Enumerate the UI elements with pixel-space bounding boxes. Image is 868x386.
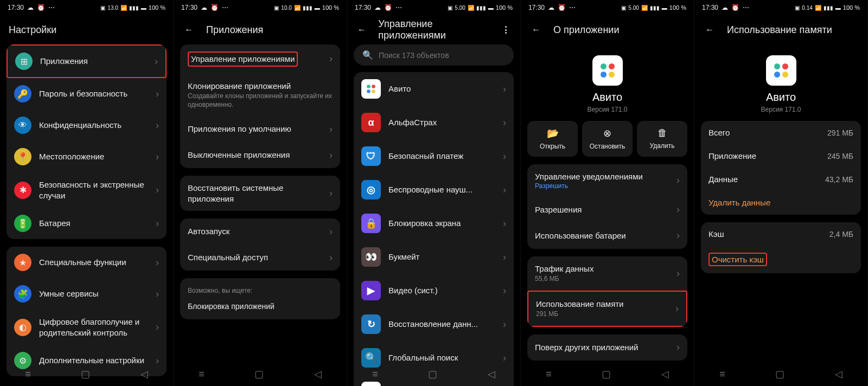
app-row-bookmate[interactable]: 👀 Букмейт ›: [354, 240, 514, 274]
stop-button[interactable]: ⊗Остановить: [582, 121, 633, 157]
hint-card[interactable]: Возможно, вы ищете: Блокировка приложени…: [180, 278, 340, 319]
app-icon: [766, 55, 796, 86]
app-header: Авито Версия 171.0: [521, 44, 694, 121]
app-row-alfa[interactable]: α АльфаСтрах ›: [354, 106, 514, 139]
wifi-icon: 📶: [120, 5, 127, 11]
nav-back-icon[interactable]: ◁: [141, 368, 148, 380]
app-header: Авито Версия 171.0: [694, 44, 867, 121]
battery-icon: ▬: [141, 5, 146, 11]
apps-icon: ⊞: [15, 53, 33, 70]
chevron-right-icon: ›: [155, 56, 158, 67]
app-icon: [592, 55, 623, 86]
row-cache: Кэш2,4 МБ: [701, 222, 861, 246]
page-title: Использование памяти: [727, 24, 832, 36]
app-row-lock[interactable]: 🔒 Блокировка экрана ›: [354, 207, 514, 240]
more-button[interactable]: [500, 26, 512, 34]
search-icon: 🔍: [362, 50, 373, 60]
row-notifications[interactable]: Управление уведомлениямиРазрешить ›: [527, 164, 687, 197]
row-battery-usage[interactable]: Использование батареи ›: [527, 223, 687, 249]
eye-icon: 👁: [14, 117, 31, 134]
row-overlay[interactable]: Поверх других приложений ›: [527, 334, 687, 361]
row-special[interactable]: ★ Специальные функции ›: [7, 247, 167, 278]
row-smart[interactable]: 🧩 Умные сервисы ›: [7, 278, 167, 310]
nav-bar: ≡▢◁: [0, 362, 173, 386]
row-manage-apps[interactable]: Управление приложениями ›: [180, 44, 340, 74]
row-apps[interactable]: ⊞ Приложения ›: [7, 44, 167, 78]
row-autostart[interactable]: Автозапуск ›: [180, 218, 340, 245]
row-memory-usage[interactable]: Использование памяти291 МБ ›: [527, 291, 687, 327]
row-total: Всего291 МБ: [701, 121, 861, 144]
signal-icon: ▮▮▮: [129, 5, 139, 11]
nav-home-icon[interactable]: ▢: [81, 368, 90, 380]
delete-data-button[interactable]: Удалить данные: [701, 191, 861, 215]
delete-button[interactable]: 🗑Удалить: [637, 121, 687, 157]
app-row-pay[interactable]: 🛡 Безопасный платеж ›: [354, 139, 514, 173]
folder-icon: 📂: [547, 127, 559, 139]
alfa-icon: α: [361, 113, 381, 132]
wellbeing-icon: ◐: [14, 319, 31, 336]
open-button[interactable]: 📂Открыть: [527, 121, 578, 157]
screen-manage-apps: 17:30☁⏰⋯ ▣5.00📶▮▮▮▬100 % ← Управление пр…: [347, 0, 521, 386]
stop-icon: ⊗: [603, 127, 611, 139]
back-button[interactable]: ←: [529, 23, 542, 36]
row-default[interactable]: Приложения по умолчанию ›: [180, 116, 340, 142]
shield-icon: 🛡: [361, 146, 381, 166]
row-app-size: Приложение245 МБ: [701, 144, 861, 168]
row-wellbeing[interactable]: ◐ Цифровое благополучие и родительский к…: [7, 310, 167, 345]
app-row-video[interactable]: ▶ Видео (сист.) ›: [354, 274, 514, 307]
emergency-icon: ✱: [14, 182, 31, 199]
page-title: Приложения: [206, 24, 263, 36]
nfc-icon: ▣: [100, 5, 105, 11]
smart-icon: 🧩: [14, 285, 31, 303]
row-restore[interactable]: Восстановить системные приложения ›: [180, 176, 340, 211]
key-icon: 🔑: [14, 85, 31, 102]
screen-memory-usage: 17:30☁⏰⋯ ▣0.14📶▮▮▮▬100 % ← Использование…: [694, 0, 868, 386]
page-title: Управление приложениями: [378, 18, 489, 41]
row-permissions[interactable]: Разрешения ›: [527, 197, 687, 223]
weather-icon: ☁: [27, 4, 34, 11]
status-bar: 17:30☁⏰⋯ ▣13.0📶▮▮▮▬100 %: [0, 0, 173, 15]
screen-apps: 17:30☁⏰⋯ ▣10.0📶▮▮▮▬100 % ← Приложения Уп…: [174, 0, 347, 386]
battery-icon-row: 🔋: [14, 215, 31, 232]
trash-icon: 🗑: [658, 127, 667, 139]
lock-icon: 🔒: [361, 214, 381, 233]
search-input[interactable]: 🔍 Поиск 173 объектов: [354, 44, 514, 66]
video-icon: ▶: [361, 281, 381, 300]
back-button[interactable]: ←: [182, 23, 195, 36]
back-button[interactable]: ←: [703, 23, 716, 36]
page-title: Настройки: [9, 24, 56, 36]
alarm-icon: ⏰: [37, 4, 45, 11]
status-time: 17:30: [8, 4, 24, 11]
star-icon: ★: [14, 254, 31, 271]
restore-icon: ↻: [361, 314, 381, 334]
row-data-size: Данные43,2 МБ: [701, 168, 861, 191]
row-traffic[interactable]: Трафик данных55,6 МБ ›: [527, 256, 687, 291]
nav-menu-icon[interactable]: ≡: [25, 369, 31, 380]
bookmate-icon: 👀: [361, 247, 381, 267]
page-title: О приложении: [553, 24, 619, 36]
row-privacy[interactable]: 👁 Конфиденциальность ›: [7, 110, 167, 141]
clear-cache-button[interactable]: Очистить кэш: [701, 246, 861, 273]
back-button[interactable]: ←: [356, 23, 367, 36]
row-location[interactable]: 📍 Местоположение ›: [7, 141, 167, 172]
row-password[interactable]: 🔑 Пароль и безопасность ›: [7, 78, 167, 110]
row-disabled[interactable]: Выключенные приложения ›: [180, 142, 340, 168]
row-clone[interactable]: Клонирование приложенийСоздавайте клоны …: [180, 74, 340, 117]
app-row-wireless[interactable]: ◎ Беспроводные науш... ›: [354, 173, 514, 207]
row-access[interactable]: Специальный доступ ›: [180, 245, 340, 271]
app-row-avito[interactable]: Авито ›: [354, 72, 514, 106]
row-security[interactable]: ✱ Безопасность и экстренные случаи ›: [7, 172, 167, 208]
headphones-icon: ◎: [361, 180, 381, 200]
row-battery[interactable]: 🔋 Батарея ›: [7, 208, 167, 239]
location-icon: 📍: [14, 148, 31, 165]
screen-app-info: 17:30☁⏰⋯ ▣5.00📶▮▮▮▬100 % ← О приложении …: [521, 0, 694, 386]
app-row-restore[interactable]: ↻ Восстановление данн... ›: [354, 307, 514, 341]
screen-settings: 17:30☁⏰⋯ ▣13.0📶▮▮▮▬100 % Настройки ⊞ При…: [0, 0, 174, 386]
